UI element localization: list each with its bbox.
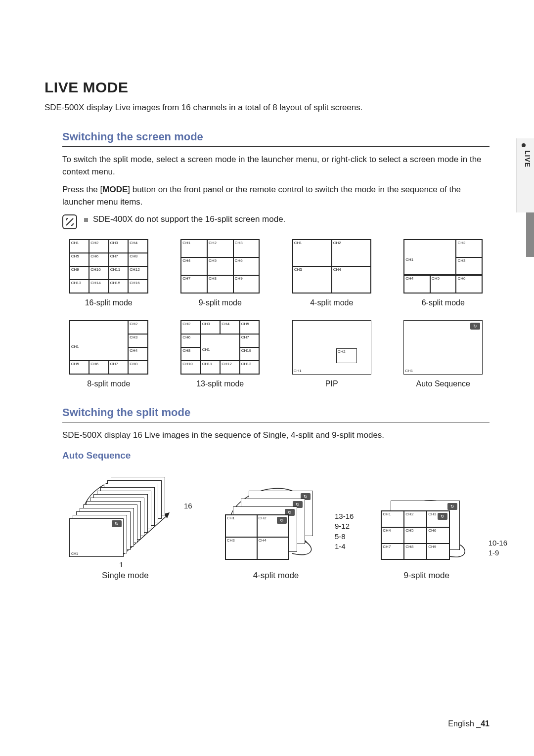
diagram-16split: CH1 CH2 CH3 CH4 CH5 CH6 CH7 CH8 CH9 CH10… [62, 239, 155, 307]
diagram-6split: CH1 CH2 CH3 CH4 CH5 CH6 6-split mode [397, 239, 490, 307]
section1-para1: To switch the split mode, select a scree… [62, 154, 490, 178]
seq-9split: ↻ ↻ CH1 CH2 CH3 CH4 CH5 CH6 CH7 CH8 CH9 [363, 492, 490, 581]
section3-title: Auto Sequence [62, 450, 490, 461]
intro-text: SDE-500X display Live images from 16 cha… [44, 103, 490, 113]
diagram-autoseq: ↻ CH1 Auto Sequence [397, 320, 490, 388]
auto-sequence-icon: ↻ [470, 323, 480, 330]
diagrams-grid: CH1 CH2 CH3 CH4 CH5 CH6 CH7 CH8 CH9 CH10… [62, 239, 490, 388]
diagram-4split: CH1 CH2 CH3 CH4 4-split mode [285, 239, 378, 307]
diagram-9split: CH1 CH2 CH3 CH4 CH5 CH6 CH7 CH8 CH9 9-sp… [174, 239, 267, 307]
seq-single: ↻ CH1 16 1 Single mode [62, 467, 188, 581]
section1-para2: Press the [MODE] button on the front pan… [62, 184, 490, 208]
note-row: SDE-400X do not support the 16-split scr… [62, 214, 490, 229]
diagram-8split: CH1 CH2 CH3 CH4 CH5 CH6 CH7 CH8 8-split … [62, 320, 155, 388]
sequence-row: ↻ CH1 16 1 Single mode ↻ ↻ ↻ [62, 467, 490, 581]
diagram-pip: CH1 CH2 PIP [285, 320, 378, 388]
note-bullet [84, 218, 88, 222]
diagram-13split: CH2 CH3 CH4 CH5 CH6 CH1 CH7 CH8 CH19 CH1… [174, 320, 267, 388]
seq-4split: ↻ ↻ ↻ ↻ CH1 CH2 CH3 CH4 13-16 9-12 5-8 1 [213, 482, 339, 581]
note-icon [62, 214, 77, 229]
section2-para: SDE-500X display 16 Live images in the s… [62, 429, 490, 442]
section1-title: Switching the screen mode [62, 130, 490, 147]
page-footer: English _41 [448, 719, 490, 728]
section2-title: Switching the split mode [62, 406, 490, 422]
note-text: SDE-400X do not support the 16-split scr… [93, 214, 285, 224]
page-heading: LIVE MODE [44, 79, 490, 96]
